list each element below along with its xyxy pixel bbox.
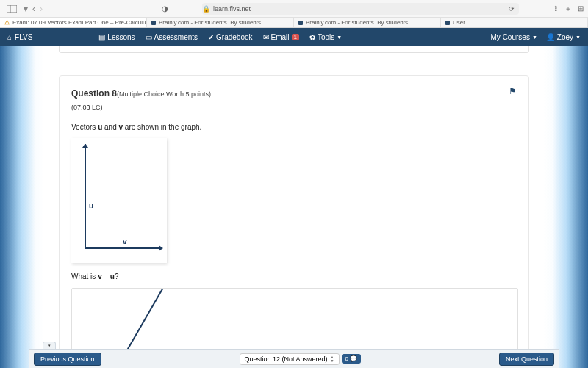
selector-label: Question 12 (Not Answered) xyxy=(245,355,328,363)
url-text: learn.flvs.net xyxy=(213,5,251,13)
previous-question-button[interactable]: Previous Question xyxy=(34,353,101,366)
nav-tools[interactable]: ✿ Tools ▼ xyxy=(309,33,342,41)
result-vector-arrow xyxy=(116,288,169,354)
nav-label: Zoey xyxy=(557,33,573,41)
caret-down-icon: ▼ xyxy=(576,35,581,40)
vector-graph: u v xyxy=(71,138,167,263)
question-ask: What is v – u? xyxy=(71,272,517,280)
book-icon: ▤ xyxy=(98,33,105,41)
favicon-icon xyxy=(151,21,156,25)
browser-tab-1[interactable]: Brainly.com - For students. By students. xyxy=(147,18,294,27)
browser-tab-2[interactable]: Brainly.com - For students. By students. xyxy=(294,18,441,27)
question-nav-bar: Previous Question Question 12 (Not Answe… xyxy=(29,349,559,368)
nav-assessments[interactable]: ▭ Assessments xyxy=(146,33,198,41)
question-code: (07.03 LC) xyxy=(71,104,211,111)
reload-icon[interactable]: ⟳ xyxy=(509,5,514,13)
check-icon: ✔ xyxy=(208,33,214,41)
tab-label: Brainly.com - For students. By students. xyxy=(159,19,262,26)
vector-v-label: v xyxy=(123,238,127,246)
browser-tab-3[interactable]: User xyxy=(441,18,588,27)
lock-icon: 🔒 xyxy=(202,5,210,13)
forward-icon[interactable]: › xyxy=(40,4,43,14)
answer-option-graph[interactable] xyxy=(71,288,518,354)
nav-label: Assessments xyxy=(154,33,198,41)
vector-u-label: u xyxy=(89,202,93,210)
nav-label: Gradebook xyxy=(216,33,252,41)
caret-down-icon: ▼ xyxy=(532,35,537,40)
gear-icon: ✿ xyxy=(309,33,315,41)
warning-icon: ⚠ xyxy=(4,19,10,26)
tabs-overview-icon[interactable]: ⊞ xyxy=(578,4,584,13)
tab-label: Brainly.com - For students. By students. xyxy=(306,19,409,26)
next-question-button[interactable]: Next Question xyxy=(499,353,554,366)
browser-toolbar: ▾ ‹ › ◑ 🔒 learn.flvs.net ⟳ ⇪ ＋ ⊞ xyxy=(0,0,588,18)
question-meta: (Multiple Choice Worth 5 points) xyxy=(117,91,211,98)
nav-lessons[interactable]: ▤ Lessons xyxy=(98,33,135,41)
nav-user[interactable]: 👤 Zoey ▼ xyxy=(546,33,581,41)
new-tab-icon[interactable]: ＋ xyxy=(564,4,572,14)
favicon-icon xyxy=(298,21,303,25)
app-navbar: ⌂ FLVS ▤ Lessons ▭ Assessments ✔ Gradebo… xyxy=(0,28,588,46)
nav-label: Email xyxy=(271,33,290,41)
question-prompt: Vectors u and v are shown in the graph. xyxy=(71,123,517,131)
previous-card-remnant xyxy=(59,46,529,53)
address-bar[interactable]: 🔒 learn.flvs.net ⟳ xyxy=(202,3,519,15)
expand-footer-icon[interactable]: ▾ xyxy=(43,342,56,349)
mail-icon: ✉ xyxy=(263,33,269,41)
nav-label: My Courses xyxy=(491,33,530,41)
brand-text: FLVS xyxy=(15,33,32,41)
svg-rect-0 xyxy=(7,5,17,13)
shield-icon[interactable]: ◑ xyxy=(162,4,168,13)
browser-tab-0[interactable]: ⚠ Exam: 07.09 Vectors Exam Part One – Pr… xyxy=(0,18,147,27)
caret-down-icon: ▼ xyxy=(337,35,342,40)
home-icon: ⌂ xyxy=(7,33,12,41)
nav-label: Tools xyxy=(318,33,334,41)
chat-badge[interactable]: 0 💬 xyxy=(342,354,361,364)
favicon-icon xyxy=(445,21,450,25)
question-card: Question 8(Multiple Choice Worth 5 point… xyxy=(59,75,529,359)
tab-label: Exam: 07.09 Vectors Exam Part One – Pre-… xyxy=(12,19,147,26)
nav-my-courses[interactable]: My Courses ▼ xyxy=(491,33,537,41)
sidebar-toggle-icon[interactable] xyxy=(4,4,19,14)
chevron-down-icon[interactable]: ▾ xyxy=(24,4,28,14)
spinner-icon[interactable]: ▲▼ xyxy=(331,355,334,363)
nav-email[interactable]: ✉ Email 1 xyxy=(263,33,299,41)
nav-gradebook[interactable]: ✔ Gradebook xyxy=(208,33,252,41)
clipboard-icon: ▭ xyxy=(146,33,152,41)
nav-label: Lessons xyxy=(107,33,135,41)
brand-home[interactable]: ⌂ FLVS xyxy=(7,33,32,41)
flag-icon[interactable]: ⚑ xyxy=(509,86,517,96)
question-selector[interactable]: Question 12 (Not Answered) ▲▼ xyxy=(240,353,340,365)
tab-label: User xyxy=(453,19,465,26)
user-icon: 👤 xyxy=(546,33,555,41)
chat-count: 0 xyxy=(345,355,348,362)
email-badge: 1 xyxy=(292,34,299,40)
chat-icon: 💬 xyxy=(350,355,357,362)
axis-y xyxy=(85,144,86,249)
axis-x xyxy=(85,247,162,249)
back-icon[interactable]: ‹ xyxy=(32,4,35,14)
tab-strip: ⚠ Exam: 07.09 Vectors Exam Part One – Pr… xyxy=(0,18,588,28)
content-stage: Question 8(Multiple Choice Worth 5 point… xyxy=(0,46,588,368)
question-title: Question 8 xyxy=(71,88,117,99)
share-icon[interactable]: ⇪ xyxy=(553,4,559,13)
